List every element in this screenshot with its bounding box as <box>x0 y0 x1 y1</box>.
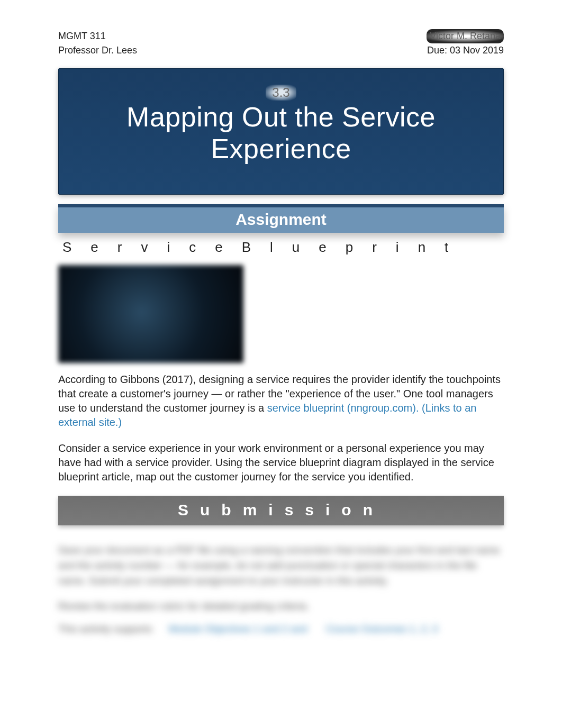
student-name: Victor M. Retana <box>427 29 504 43</box>
due-date: Due: 03 Nov 2019 <box>427 43 504 58</box>
blurred-paragraph-1: Save your document as a PDF file using a… <box>58 542 504 589</box>
document-header: MGMT 311 Professor Dr. Lees Victor M. Re… <box>58 29 504 58</box>
blurred-submission-instructions: Save your document as a PDF file using a… <box>58 542 504 635</box>
blurred-label: This activity supports <box>58 623 152 634</box>
assignment-heading: Assignment <box>58 204 504 233</box>
paragraph-task: Consider a service experience in your wo… <box>58 441 504 484</box>
title-hero: 3.3 Mapping Out the Service Experience <box>58 68 504 195</box>
course-code: MGMT 311 <box>58 29 137 43</box>
blurred-link-1[interactable]: Module Objectives 1 and 2 and <box>169 623 307 634</box>
blurred-link-2[interactable]: Course Outcomes 1, 2, 3 <box>326 623 438 634</box>
blurred-objectives-row: This activity supports Module Objectives… <box>58 623 504 635</box>
page-title: Mapping Out the Service Experience <box>69 102 493 165</box>
blueprint-thumbnail-image <box>58 265 243 363</box>
blurred-paragraph-2: Review the evaluation rubric for detaile… <box>58 598 504 614</box>
subtitle-service-blueprint: ServiceBlueprint <box>59 239 504 256</box>
paragraph-intro: According to Gibbons (2017), designing a… <box>58 372 504 430</box>
submission-heading: Submission <box>58 496 504 525</box>
professor-name: Professor Dr. Lees <box>58 43 137 58</box>
section-number: 3.3 <box>266 85 296 101</box>
